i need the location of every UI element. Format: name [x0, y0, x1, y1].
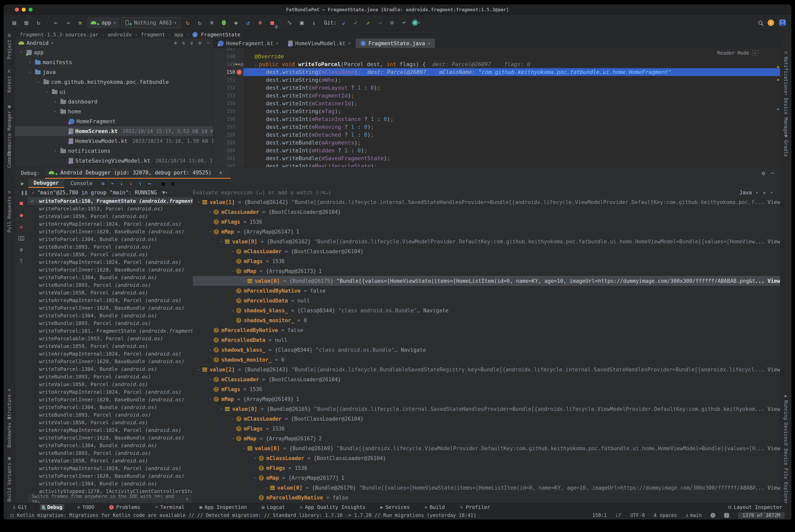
toolwindow-services[interactable]: ▶Services	[378, 504, 412, 511]
twistie-icon[interactable]: ›	[207, 377, 214, 382]
twistie-icon[interactable]: ›	[229, 416, 236, 421]
close-icon[interactable]: ×	[214, 170, 227, 176]
tab-debugger[interactable]: Debugger	[29, 179, 64, 188]
avatar[interactable]	[779, 19, 786, 26]
status-message[interactable]: Kotlin migration: Migrations for Kotlin …	[17, 513, 476, 518]
frame-row[interactable]: writeParcelable:1953, Parcel (android.os…	[28, 335, 193, 342]
gutter[interactable]: 162	[213, 162, 243, 167]
gutter[interactable]: 147	[213, 48, 243, 53]
gutter[interactable]: 153	[213, 92, 243, 99]
variable-row[interactable]: ›fmMap = {ArrayMap@26177}1	[193, 473, 780, 483]
sidebar-item-build-variants[interactable]: ▦Build Variants	[4, 456, 15, 502]
close-icon[interactable]: ×	[186, 496, 188, 501]
gutter[interactable]: 154	[213, 99, 243, 107]
frame-row[interactable]: writeValue:1850, Parcel (android.os)	[28, 289, 193, 297]
sidebar-item-project[interactable]: ▤Project	[4, 33, 15, 59]
view-link[interactable]: ... View	[755, 239, 780, 245]
collapse-all-icon[interactable]: ⇵	[190, 40, 193, 46]
code-line[interactable]: 156dest.writeInt(mRetainInstance ? 1 : 0…	[213, 115, 780, 123]
view-link[interactable]: ... View	[755, 445, 780, 451]
twistie-icon[interactable]: ›	[253, 475, 258, 481]
tree-item[interactable]: ›home	[15, 107, 213, 116]
code-line[interactable]: 150✓dest.writeString(mClassName); dest: …	[213, 68, 780, 76]
chevron-down-icon[interactable]: ▾	[165, 190, 167, 195]
git-cherry-pick-icon[interactable]: ⇢	[375, 18, 385, 28]
update-available-icon[interactable]: ↑	[767, 19, 774, 26]
code-line[interactable]: 152dest.writeInt(mFromLayout ? 1 : 0);	[213, 84, 780, 92]
gutter[interactable]: 158	[213, 131, 243, 139]
frame-row[interactable]: activityStopped:1278, IActivityClientCon…	[28, 487, 193, 495]
frame-row[interactable]: writeValue:1850, Parcel (android.os)	[28, 419, 193, 426]
chevron-down-icon[interactable]: ▾	[771, 190, 773, 195]
mute-breakpoints-icon[interactable]: ⊘	[20, 224, 23, 230]
twistie-icon[interactable]: ›	[36, 79, 41, 85]
close-window-button[interactable]	[15, 8, 19, 12]
frame-row[interactable]: writeToParcel:1304, Bundle (android.os)	[28, 312, 193, 319]
toolwindow-todo[interactable]: ≡TODO	[75, 504, 96, 511]
code-line[interactable]: 154dest.writeInt(mContainerId);	[213, 99, 780, 107]
twistie-icon[interactable]: ›	[28, 69, 33, 75]
git-branch-widget[interactable]: Ymain	[686, 513, 702, 518]
variable-row[interactable]: fmParcelledData = null	[193, 296, 780, 305]
gutter[interactable]: 150✓	[213, 68, 243, 76]
toolwindow-logcat[interactable]: ▤Logcat	[260, 504, 287, 511]
tree-item[interactable]	[15, 166, 213, 167]
code-line[interactable]: 159dest.writeBundle(mArguments);	[213, 139, 780, 147]
twistie-icon[interactable]: ›	[229, 308, 236, 313]
variable-row[interactable]: ›fmClassLoader = {BootClassLoader@26104}	[193, 246, 780, 256]
inspection-indicator-icon[interactable]: !	[710, 513, 715, 518]
frame-row[interactable]: writeToParcelInner:1620, BaseBundle (and…	[28, 396, 193, 403]
tree-item[interactable]: ›com.github.keithyokoma.poc.fatbundle	[15, 77, 213, 87]
twistie-icon[interactable]: ›	[241, 445, 247, 452]
show-execution-point-icon[interactable]: ≡	[102, 180, 105, 187]
memory-indicator[interactable]: 1379 of 3072M	[738, 512, 784, 518]
gutter[interactable]: 160	[213, 147, 243, 154]
open-icon[interactable]: ▤	[9, 18, 19, 28]
frame-row[interactable]: writeToParcelInner:1620, BaseBundle (and…	[28, 434, 193, 441]
variable-row[interactable]: ›fmMap = {ArrayMap@26173}1	[193, 266, 780, 276]
line-separator[interactable]: LF	[616, 513, 621, 518]
view-link[interactable]: ... View	[755, 485, 780, 491]
frame-row[interactable]: writeArrayMapInternal:1024, Parcel (andr…	[28, 350, 193, 358]
gear-icon[interactable]: ⚙	[762, 170, 765, 176]
step-out-icon[interactable]: ↑	[139, 180, 142, 187]
breakpoint-hit-icon[interactable]: ✓	[237, 70, 242, 75]
variable-row[interactable]: ›fmClassLoader = {BootClassLoader@26104}	[193, 453, 780, 463]
gutter[interactable]: 156	[213, 115, 243, 123]
twistie-icon[interactable]: ›	[52, 148, 58, 153]
variable-row[interactable]: ›fmMap = {ArrayMap@26149}1	[193, 394, 780, 404]
evaluate-expression-input[interactable]: Evaluate expression (↵) or add a watch (…	[193, 190, 331, 195]
close-icon[interactable]: ×	[428, 41, 430, 46]
sidebar-item-commit[interactable]: ◯Commit	[4, 144, 15, 168]
frame-row[interactable]: writeParcelable:1953, Parcel (android.os…	[28, 205, 193, 212]
view-link[interactable]: ... View	[755, 366, 780, 373]
thread-selector[interactable]: "main"@25,780 in group "main": RUNNING	[37, 190, 157, 195]
variable-row[interactable]: ›value[1] = {Bundle@26142} "Bundle[{andr…	[193, 197, 780, 207]
gutter[interactable]: 161	[213, 154, 243, 162]
sidebar-item-device-manager[interactable]: ▯Device Manager	[780, 91, 791, 137]
variable-row[interactable]: fmFlags = 1536	[193, 256, 780, 266]
variable-row[interactable]: ›fmClassLoader = {BootClassLoader@26104}	[193, 375, 780, 384]
step-into-icon[interactable]: ↓	[120, 180, 123, 187]
code-line[interactable]: 147	[213, 48, 780, 53]
chevron-down-icon[interactable]: ▾	[51, 41, 54, 45]
variable-row[interactable]: ›value[0] = {Bundle@26169} "Bundle[{andr…	[193, 443, 780, 453]
twistie-icon[interactable]: ›	[229, 249, 236, 254]
tab-fragmentstate-java[interactable]: cFragmentState.java×	[356, 39, 435, 48]
frame-row[interactable]: writeToParcel:1304, Bundle (android.os)	[28, 480, 193, 487]
sidebar-item-bookmarks[interactable]: ⚑Bookmarks	[4, 415, 15, 448]
frame-row[interactable]: writeValue:1859, Parcel (android.os)	[28, 342, 193, 350]
toolwindow-app-quality-insights[interactable]: ◇App Quality Insights	[298, 504, 367, 511]
breadcrumb-item[interactable]: fragment-1.5.3-sources.jar	[20, 32, 98, 38]
variable-row[interactable]: ›fmClassLoader = {BootClassLoader@26104}	[193, 414, 780, 424]
rerun-icon[interactable]: ↻	[183, 18, 193, 28]
fold-marker-icon[interactable]: ⌄	[254, 62, 257, 67]
view-link[interactable]: ... View	[755, 406, 780, 412]
apply-code-changes-icon[interactable]: ⊗	[255, 18, 265, 28]
git-push-icon[interactable]: ↗	[363, 18, 373, 28]
twistie-icon[interactable]: ›	[53, 109, 58, 115]
sidebar-item-gradle[interactable]: ◉Gradle	[780, 133, 791, 157]
variable-row[interactable]: ›fshadow$_klass_ = {Class@8344} "class a…	[193, 345, 780, 355]
code-line[interactable]: 153dest.writeInt(mFragmentId);	[213, 92, 780, 99]
twistie-icon[interactable]: ›	[52, 99, 58, 104]
